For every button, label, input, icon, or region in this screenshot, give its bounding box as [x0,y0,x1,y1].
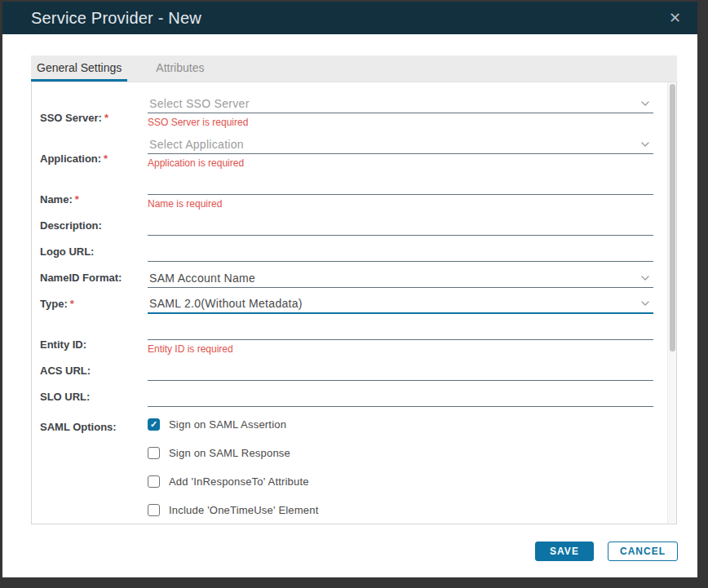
tab-general-settings[interactable]: General Settings [31,55,127,82]
description-label: Description: [40,218,148,236]
required-asterisk: * [104,153,108,165]
sso-server-select[interactable]: Select SSO Server [148,94,653,113]
acs-url-label: ACS URL: [40,363,148,381]
application-label: Application:* [40,151,148,169]
checkbox-label: Include 'OneTimeUse' Element [169,504,319,516]
sso-server-error: SSO Server is required [148,117,653,128]
checkbox-unchecked-icon: ✓ [148,504,160,516]
name-label: Name:* [40,192,148,210]
required-asterisk: * [104,112,108,124]
sso-server-label: SSO Server:* [40,110,148,128]
saml-options-label: SAML Options: [40,418,148,437]
checkbox-checked-icon: ✓ [148,418,160,431]
field-row-logo-url: Logo URL: [40,242,653,262]
chevron-down-icon [640,273,650,283]
checkbox-unchecked-icon: ✓ [148,447,160,459]
general-settings-form: SSO Server:*Select SSO ServerSSO Server … [31,82,677,524]
field-row-saml-options: SAML Options:✓Sign on SAML Assertion✓Sig… [40,418,653,524]
close-icon[interactable]: ✕ [666,7,684,29]
type-select[interactable]: SAML 2.0(Without Metadata) [148,294,653,314]
field-row-description: Description: [40,216,653,236]
dialog-header: Service Provider - New ✕ [2,2,697,34]
cancel-button[interactable]: CANCEL [608,542,678,561]
checkbox-sign-on-saml-assertion[interactable]: ✓Sign on SAML Assertion [148,418,653,431]
entity-id-error: Entity ID is required [148,343,653,355]
chevron-down-icon [640,139,650,149]
dialog-footer: SAVE CANCEL [2,524,697,577]
checkbox-add-inresponseto-attribute[interactable]: ✓Add 'InResponseTo' Attribute [148,475,653,488]
slo-url-input[interactable] [148,387,653,407]
application-error: Application is required [148,157,653,169]
slo-url-label: SLO URL: [40,389,148,407]
name-error: Name is required [148,198,653,210]
sso-server-placeholder: Select SSO Server [148,97,250,110]
required-asterisk: * [75,193,79,206]
save-button[interactable]: SAVE [535,542,594,561]
checkbox-label: Sign on SAML Response [169,447,290,459]
field-row-name: Name:*Name is required [40,175,653,210]
type-value: SAML 2.0(Without Metadata) [148,297,303,310]
logo-url-label: Logo URL: [40,244,148,262]
logo-url-input[interactable] [148,242,653,262]
field-row-entity-id: Entity ID:Entity ID is required [40,321,653,355]
application-select[interactable]: Select Application [148,135,653,154]
tab-attributes[interactable]: Attributes [150,55,210,82]
checkbox-include-onetimeuse-element[interactable]: ✓Include 'OneTimeUse' Element [148,504,653,516]
entity-id-input[interactable] [148,321,653,340]
description-input[interactable] [148,216,653,236]
name-input[interactable] [148,175,653,195]
nameid-format-select[interactable]: SAM Account Name [148,268,653,288]
field-row-slo-url: SLO URL: [40,387,653,407]
checkbox-label: Sign on SAML Assertion [169,418,286,431]
nameid-format-label: NameID Format: [40,270,148,288]
acs-url-input[interactable] [148,361,653,381]
application-placeholder: Select Application [148,138,244,151]
tab-bar: General Settings Attributes [31,55,677,82]
dialog-title: Service Provider - New [2,9,201,28]
service-provider-dialog: Service Provider - New ✕ General Setting… [2,2,697,577]
field-row-application: Application:*Select ApplicationApplicati… [40,135,653,169]
nameid-format-value: SAM Account Name [148,272,255,285]
chevron-down-icon [640,99,650,108]
required-asterisk: * [70,298,74,310]
type-label: Type:* [40,296,148,314]
checkbox-unchecked-icon: ✓ [148,475,160,488]
checkbox-sign-on-saml-response[interactable]: ✓Sign on SAML Response [148,447,653,459]
fields-container: SSO Server:*Select SSO ServerSSO Server … [40,94,653,524]
scrollbar-thumb[interactable] [670,84,675,351]
scrollbar-track[interactable] [667,82,676,524]
entity-id-label: Entity ID: [40,337,148,355]
field-row-sso-server: SSO Server:*Select SSO ServerSSO Server … [40,94,653,128]
checkbox-label: Add 'InResponseTo' Attribute [169,475,309,488]
field-row-type: Type:*SAML 2.0(Without Metadata) [40,294,653,314]
chevron-down-icon [640,298,650,308]
field-row-acs-url: ACS URL: [40,361,653,381]
field-row-nameid-format: NameID Format:SAM Account Name [40,268,653,288]
